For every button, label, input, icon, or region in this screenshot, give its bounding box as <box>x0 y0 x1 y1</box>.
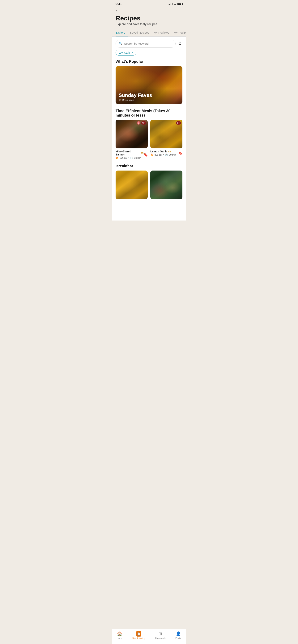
tab-my-reviews[interactable]: My Reviews <box>152 29 172 36</box>
clock-icon-salmon: 🕐 <box>130 156 133 159</box>
clock-icon-chicken: 🕐 <box>165 154 168 156</box>
filter-tags: Low Carb ✕ <box>116 50 182 56</box>
page-title: Recipes <box>116 15 182 22</box>
header: ‹ Recipes Explore and save tasty recipes <box>112 6 186 26</box>
bookmark-button-chicken[interactable]: 🔖 <box>178 151 182 155</box>
fire-icon-chicken: 🔥 <box>150 153 154 156</box>
search-input-wrapper[interactable]: 🔍 <box>116 40 176 48</box>
page-subtitle: Explore and save tasty recipes <box>116 22 182 26</box>
badge-gf-chicken: GF <box>176 121 181 124</box>
recipe-meta-chicken: 🔥 826 cal • 🕐 30 min <box>150 153 176 156</box>
recipe-card-breakfast1[interactable] <box>116 170 148 201</box>
price-tag-chicken: $$ <box>168 150 171 153</box>
tabs-container: Explore Saved Recipes My Reviews My Reci… <box>112 29 186 37</box>
filter-tag-label: Low Carb <box>118 51 130 54</box>
time-salmon: 30 min <box>134 156 141 159</box>
popular-section-title: What's Popular <box>116 59 182 64</box>
recipe-card-breakfast2[interactable] <box>150 170 182 201</box>
time-efficient-grid: V GF Miso Glazed Salmon $$ 🔥 826 cal • 🕐 <box>116 120 182 159</box>
filter-button[interactable]: ⚙ <box>178 41 182 47</box>
price-tag-salmon: $$ <box>141 152 143 154</box>
status-icons: ▲ <box>168 2 182 6</box>
badge-row-salmon: V GF <box>137 121 146 124</box>
search-input[interactable] <box>124 42 172 45</box>
breakfast-section-title: Breakfast <box>116 164 182 168</box>
badge-gf-salmon: GF <box>141 121 146 124</box>
recipe-name-salmon: Miso Glazed Salmon $$ <box>116 150 143 156</box>
fire-icon-salmon: 🔥 <box>116 156 119 159</box>
popular-card[interactable]: Sunday Faves 18 Resources <box>116 66 182 104</box>
tab-saved-recipes[interactable]: Saved Recipes <box>128 29 152 36</box>
filter-icon: ⚙ <box>178 42 182 46</box>
time-chicken: 30 min <box>169 154 176 156</box>
popular-card-overlay: Sunday Faves 18 Resources <box>116 88 182 104</box>
filter-tag-low-carb[interactable]: Low Carb ✕ <box>116 50 136 56</box>
back-button[interactable]: ‹ <box>116 8 117 14</box>
filter-tag-close-icon[interactable]: ✕ <box>131 51 133 54</box>
popular-card-subtitle: 18 Resources <box>119 98 179 102</box>
recipe-card-salmon-image: V GF <box>116 120 148 148</box>
recipe-card-salmon[interactable]: V GF Miso Glazed Salmon $$ 🔥 826 cal • 🕐 <box>116 120 148 159</box>
bookmark-button-salmon[interactable]: 🔖 <box>143 152 148 157</box>
recipe-meta-salmon: 🔥 826 cal • 🕐 30 min <box>116 156 143 159</box>
tab-explore[interactable]: Explore <box>116 29 128 36</box>
wifi-icon: ▲ <box>174 2 176 6</box>
badge-v: V <box>137 121 140 124</box>
recipe-card-chicken-image: GF <box>150 120 182 148</box>
recipe-info-chicken: Lemon Garlic $$ 🔥 826 cal • 🕐 30 min 🔖 <box>150 150 182 156</box>
popular-card-title: Sunday Faves <box>119 92 179 98</box>
main-content: 🔍 ⚙ Low Carb ✕ What's Popular Sunday Fav… <box>112 37 186 220</box>
battery-icon <box>178 3 182 5</box>
search-row: 🔍 ⚙ <box>116 40 182 48</box>
recipe-name-chicken: Lemon Garlic $$ <box>150 150 176 153</box>
calories-chicken: 826 cal <box>155 154 162 156</box>
tab-my-recipes[interactable]: My Recipes <box>172 29 186 36</box>
badge-row-chicken: GF <box>176 121 181 124</box>
breakfast-grid <box>116 170 182 201</box>
search-icon: 🔍 <box>119 42 123 46</box>
signal-icon <box>168 3 173 5</box>
calories-salmon: 826 cal <box>120 156 127 159</box>
status-time: 9:41 <box>116 2 122 6</box>
recipe-card-chicken[interactable]: GF Lemon Garlic $$ 🔥 826 cal • 🕐 30 min <box>150 120 182 159</box>
status-bar: 9:41 ▲ <box>112 0 186 6</box>
time-efficient-section-title: Time Efficient Meals (Takes 30 minutes o… <box>116 109 182 118</box>
recipe-info-salmon: Miso Glazed Salmon $$ 🔥 826 cal • 🕐 30 m… <box>116 150 148 159</box>
recipe-card-breakfast1-image <box>116 170 148 199</box>
recipe-card-breakfast2-image <box>150 170 182 199</box>
